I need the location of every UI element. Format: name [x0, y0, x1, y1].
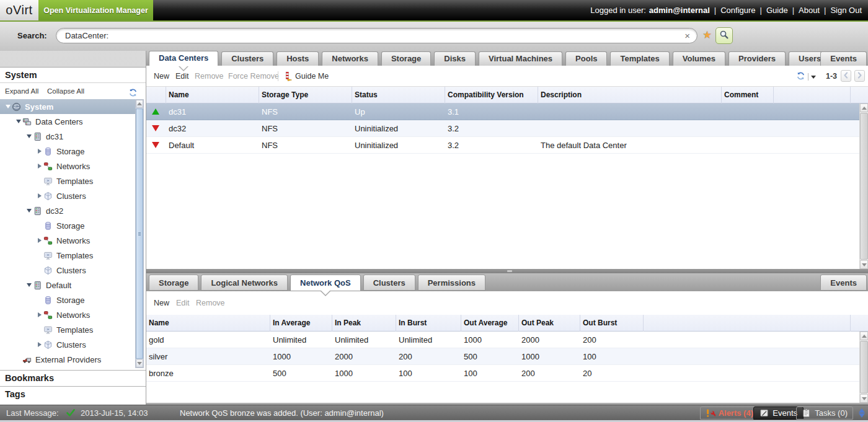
subtab-remove-button[interactable]: Remove	[196, 291, 225, 315]
scrollbar-thumb[interactable]	[860, 341, 868, 393]
grid-scrollbar[interactable]	[859, 332, 868, 403]
header-link-about[interactable]: About	[799, 6, 820, 15]
column-header-out-average[interactable]: Out Average	[461, 315, 519, 332]
subtab-storage[interactable]: Storage	[149, 275, 198, 291]
guide-me-button[interactable]: Guide Me	[295, 66, 329, 86]
tab-pools[interactable]: Pools	[565, 51, 607, 66]
scroll-down-icon[interactable]	[860, 260, 868, 269]
column-header-status[interactable]: Status	[352, 87, 445, 103]
next-page-button[interactable]	[854, 70, 865, 82]
column-header-blank[interactable]	[644, 315, 851, 332]
scroll-down-icon[interactable]	[860, 394, 868, 403]
force-remove-button[interactable]: Force Remove	[228, 66, 279, 86]
clear-search-icon[interactable]: ×	[684, 29, 690, 43]
expand-arrow-icon[interactable]	[35, 342, 43, 347]
expand-arrow-icon[interactable]	[35, 193, 43, 198]
tree-item-networks[interactable]: Networks	[0, 233, 135, 248]
tab-data-centers[interactable]: Data Centers	[149, 51, 218, 66]
subtab-edit-button[interactable]: Edit	[176, 291, 190, 315]
table-row-dc31[interactable]: dc31NFSUp3.1	[146, 103, 859, 120]
subtab-clusters[interactable]: Clusters	[363, 275, 415, 291]
statusbar-expand-button[interactable]	[857, 407, 867, 420]
tree-item-templates[interactable]: Templates	[0, 248, 135, 263]
tab-volumes[interactable]: Volumes	[673, 51, 725, 66]
search-button[interactable]	[715, 27, 733, 44]
alerts-button[interactable]: Alerts (4)	[700, 407, 759, 420]
table-row-dc32[interactable]: dc32NFSUninitialized3.2	[146, 120, 859, 137]
subtab-permissions[interactable]: Permissions	[418, 275, 485, 291]
tree-item-networks[interactable]: Networks	[0, 159, 135, 174]
table-row-gold[interactable]: goldUnlimitedUnlimitedUnlimited100020002…	[146, 332, 859, 348]
tree-item-system[interactable]: System	[0, 99, 135, 114]
collapse-arrow-icon[interactable]	[14, 120, 22, 123]
tree-item-dc31[interactable]: dc31	[0, 129, 135, 144]
tree-item-templates[interactable]: Templates	[0, 322, 135, 337]
expand-arrow-icon[interactable]	[35, 312, 43, 317]
tree-item-storage[interactable]: Storage	[0, 144, 135, 159]
search-input[interactable]: DataCenter: ×	[56, 28, 698, 43]
tab-virtual-machines[interactable]: Virtual Machines	[479, 51, 562, 66]
expand-arrow-icon[interactable]	[35, 238, 43, 243]
sidebar-section-bookmarks[interactable]: Bookmarks	[0, 370, 146, 386]
scroll-up-icon[interactable]	[136, 100, 143, 108]
tree-item-clusters[interactable]: Clusters	[0, 263, 135, 278]
tree-scrollbar-thumb[interactable]	[136, 108, 143, 359]
scroll-up-icon[interactable]	[860, 103, 868, 112]
refresh-dropdown-icon[interactable]	[811, 76, 816, 79]
column-header-in-average[interactable]: In Average	[270, 315, 332, 332]
tab-disks[interactable]: Disks	[434, 51, 476, 66]
tasks-button[interactable]: Tasks (0)	[796, 407, 853, 420]
column-header-description[interactable]: Description	[538, 87, 722, 103]
tab-templates[interactable]: Templates	[610, 51, 669, 66]
column-header-name[interactable]: Name	[146, 315, 270, 332]
table-row-bronze[interactable]: bronze500100010010020020	[146, 365, 859, 382]
column-header-name[interactable]: Name	[166, 87, 259, 103]
tab-storage[interactable]: Storage	[381, 51, 431, 66]
tree-item-external-providers[interactable]: External Providers	[0, 352, 135, 367]
column-header-comment[interactable]: Comment	[722, 87, 774, 103]
expand-all-link[interactable]: Expand All	[5, 83, 38, 99]
tree-item-networks[interactable]: Networks	[0, 307, 135, 322]
tab-networks[interactable]: Networks	[322, 51, 378, 66]
scroll-up-icon[interactable]	[860, 332, 868, 340]
collapse-all-link[interactable]: Collapse All	[47, 83, 84, 99]
table-row-default[interactable]: DefaultNFSUninitialized3.2The default Da…	[146, 137, 859, 154]
scrollbar-thumb[interactable]	[860, 113, 868, 260]
subtab-network-qos[interactable]: Network QoS	[290, 275, 361, 291]
tab-clusters[interactable]: Clusters	[221, 51, 273, 66]
tab-events-right[interactable]: Events	[820, 51, 867, 66]
scroll-down-icon[interactable]	[136, 359, 143, 367]
tree-item-default[interactable]: Default	[0, 278, 135, 292]
collapse-arrow-icon[interactable]	[25, 283, 33, 287]
expand-arrow-icon[interactable]	[35, 164, 43, 169]
header-link-configure[interactable]: Configure	[720, 6, 755, 15]
pane-splitter[interactable]	[146, 269, 868, 273]
column-header-compatibility-version[interactable]: Compatibility Version	[445, 87, 538, 103]
subtab-logical-networks[interactable]: Logical Networks	[201, 275, 288, 291]
subtab-new-button[interactable]: New	[154, 291, 169, 315]
tree-item-data-centers[interactable]: Data Centers	[0, 114, 135, 129]
collapse-arrow-icon[interactable]	[25, 209, 33, 213]
column-header-in-peak[interactable]: In Peak	[332, 315, 396, 332]
tab-hosts[interactable]: Hosts	[277, 51, 319, 66]
new-button[interactable]: New	[154, 66, 169, 86]
column-header-blank[interactable]	[774, 87, 851, 103]
collapse-arrow-icon[interactable]	[4, 105, 12, 108]
collapse-arrow-icon[interactable]	[25, 134, 33, 138]
column-header-storage-type[interactable]: Storage Type	[259, 87, 352, 103]
table-row-silver[interactable]: silver100020002005001000100	[146, 348, 859, 365]
remove-button[interactable]: Remove	[195, 66, 224, 86]
refresh-button[interactable]	[796, 71, 816, 82]
header-link-sign-out[interactable]: Sign Out	[830, 6, 862, 15]
column-header-in-burst[interactable]: In Burst	[396, 315, 461, 332]
sidebar-section-tags[interactable]: Tags	[0, 386, 146, 402]
expand-arrow-icon[interactable]	[35, 149, 43, 154]
column-header-out-burst[interactable]: Out Burst	[580, 315, 644, 332]
tree-item-templates[interactable]: Templates	[0, 174, 135, 188]
subtab-events-right[interactable]: Events	[820, 275, 867, 291]
header-link-guide[interactable]: Guide	[766, 6, 788, 15]
column-header-blank[interactable]	[146, 87, 166, 103]
prev-page-button[interactable]	[841, 70, 851, 82]
bookmark-star-icon[interactable]: ★	[702, 30, 712, 40]
tree-item-dc32[interactable]: dc32	[0, 203, 135, 218]
